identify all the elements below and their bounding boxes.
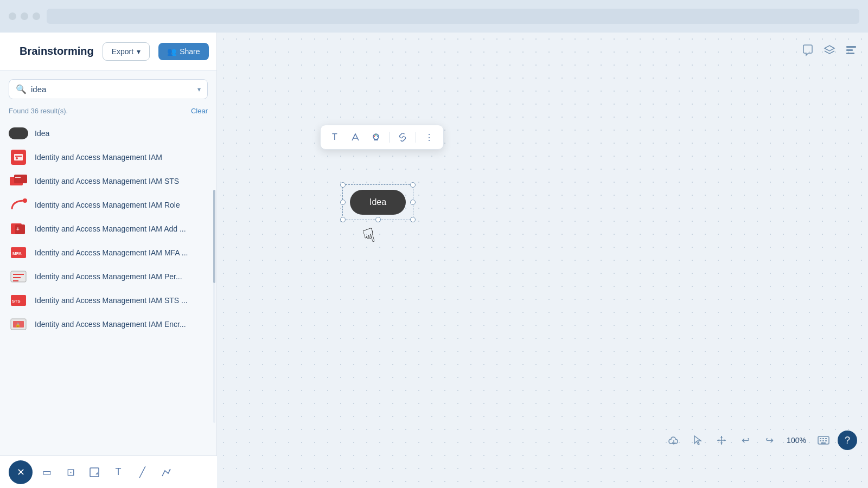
export-label: Export	[112, 47, 133, 56]
cloud-save-icon[interactable]	[664, 431, 684, 450]
ft-text-tool[interactable]: T	[326, 129, 343, 146]
svg-rect-41	[825, 440, 827, 441]
cursor-hand: ☟	[361, 224, 378, 249]
help-label: ?	[845, 435, 850, 446]
move-icon[interactable]	[712, 431, 731, 450]
list-item[interactable]: Identity and Access Management IAM	[0, 145, 216, 169]
select-icon[interactable]	[688, 431, 707, 450]
draw-tool[interactable]	[156, 463, 176, 482]
iam-encr-icon: 🔒	[9, 318, 28, 331]
share-label: Share	[180, 47, 200, 56]
svg-text:STS: STS	[12, 299, 21, 304]
list-item[interactable]: MFA Identity and Access Management IAM M…	[0, 241, 216, 265]
zoom-level: 100%	[783, 436, 809, 445]
idea-shape-icon	[9, 127, 28, 140]
results-count: Found 36 result(s).	[9, 107, 68, 115]
list-item-label: Identity and Access Management IAM	[35, 152, 162, 162]
svg-text:🔒: 🔒	[15, 322, 21, 328]
export-button[interactable]: Export ▾	[103, 42, 150, 61]
canvas-area[interactable]: T	[217, 33, 868, 488]
list-item[interactable]: Idea	[0, 121, 216, 145]
keyboard-icon[interactable]	[814, 431, 833, 450]
svg-rect-29	[374, 139, 378, 140]
svg-rect-36	[820, 438, 821, 439]
svg-rect-2	[15, 156, 22, 157]
iam-mfa-icon: MFA	[9, 246, 28, 259]
svg-rect-38	[825, 438, 827, 439]
resize-handle-ml[interactable]	[340, 200, 346, 205]
text-tool[interactable]: T	[108, 463, 128, 482]
traffic-light-red[interactable]	[9, 12, 16, 20]
ft-style-tool[interactable]	[347, 129, 364, 146]
list-item[interactable]: Identity and Access Management IAM Per..…	[0, 265, 216, 288]
svg-marker-32	[720, 442, 723, 445]
resize-handle-mr[interactable]	[410, 200, 416, 205]
iam-per-icon	[9, 270, 28, 283]
idea-pill[interactable]: Idea	[350, 190, 406, 215]
toolbar-divider	[416, 132, 416, 143]
ft-link-tool[interactable]	[394, 129, 411, 146]
svg-point-3	[16, 157, 18, 159]
share-icon: 👥	[167, 47, 176, 56]
list-item[interactable]: 🔒 Identity and Access Management IAM Enc…	[0, 312, 216, 336]
resize-handle-bl[interactable]	[340, 217, 346, 222]
list-item[interactable]: + Identity and Access Management IAM Add…	[0, 217, 216, 241]
search-area: 🔍 ▾	[0, 70, 216, 104]
search-filter-icon: ▾	[197, 86, 201, 93]
list-scrollbar[interactable]	[213, 190, 215, 423]
properties-icon[interactable]	[845, 44, 857, 59]
layers-icon[interactable]	[824, 44, 835, 59]
svg-marker-33	[717, 439, 719, 441]
svg-marker-34	[724, 439, 726, 441]
list-item[interactable]: Identity and Access Management IAM STS	[0, 169, 216, 193]
idea-shape-label: Idea	[35, 129, 49, 138]
container-tool[interactable]: ⊡	[61, 463, 80, 482]
resize-handle-tl[interactable]	[340, 182, 346, 188]
iam-sts2-icon: STS	[9, 294, 28, 307]
iam-icon	[9, 151, 28, 164]
line-tool[interactable]: ╱	[132, 463, 152, 482]
list-item[interactable]: Identity and Access Management IAM Role	[0, 193, 216, 217]
iam-sts-icon	[9, 175, 28, 188]
ft-color-tool[interactable]	[367, 129, 385, 146]
redo-icon[interactable]: ↪	[760, 431, 779, 450]
list-item-label: Identity and Access Management IAM STS	[35, 176, 179, 186]
undo-icon[interactable]: ↩	[736, 431, 755, 450]
iam-add-icon: +	[9, 222, 28, 235]
help-button[interactable]: ?	[838, 431, 857, 450]
search-input[interactable]	[31, 85, 193, 94]
clear-button[interactable]: Clear	[191, 107, 208, 115]
svg-rect-42	[821, 442, 826, 444]
header-right-icons	[802, 33, 857, 70]
comment-icon[interactable]	[802, 44, 814, 59]
traffic-light-yellow[interactable]	[21, 12, 28, 20]
idea-node[interactable]: Idea	[350, 190, 406, 215]
ft-more-tool[interactable]: ⋮	[420, 129, 438, 146]
note-tool[interactable]	[85, 463, 104, 482]
share-button[interactable]: 👥 Share	[158, 43, 208, 60]
diagram-title: Brainstorming	[20, 45, 94, 57]
title-bar	[0, 0, 868, 33]
svg-point-7	[23, 198, 27, 203]
resize-handle-bm[interactable]	[375, 217, 381, 222]
resize-handle-br[interactable]	[410, 217, 416, 222]
traffic-light-green[interactable]	[33, 12, 40, 20]
svg-point-26	[374, 136, 375, 137]
rectangle-tool[interactable]: ▭	[37, 463, 56, 482]
close-button[interactable]: ✕	[9, 460, 33, 484]
svg-text:MFA: MFA	[12, 251, 22, 256]
bottom-toolbar: ✕ ▭ ⊡ T ╱	[0, 455, 217, 488]
address-bar[interactable]	[47, 9, 859, 24]
shape-list: Idea Identity and Access Management IAM	[0, 119, 216, 458]
svg-point-27	[375, 134, 376, 136]
header-bar: Brainstorming Export ▾ 👥 Share 👤	[0, 33, 216, 70]
svg-text:+: +	[16, 226, 20, 232]
traffic-lights	[9, 12, 40, 20]
right-toolbar: ↩ ↪ 100% ?	[664, 431, 857, 450]
svg-rect-37	[822, 438, 824, 439]
list-item[interactable]: STS Identity and Access Management IAM S…	[0, 288, 216, 312]
svg-rect-5	[14, 175, 27, 183]
floating-toolbar: T	[320, 125, 444, 150]
resize-handle-tr[interactable]	[410, 182, 416, 188]
results-info: Found 36 result(s). Clear	[0, 104, 216, 119]
